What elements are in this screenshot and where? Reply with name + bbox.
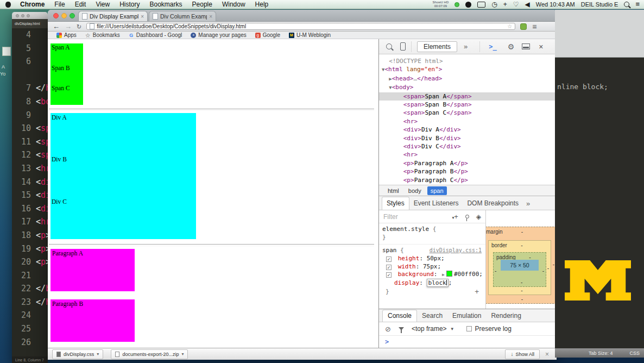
padding-bottom-value[interactable]: - <box>521 279 522 285</box>
dom-tree-node[interactable]: <hr> <box>379 151 557 159</box>
box-model-border[interactable]: border - - - padding - - - - 75 × 50 <box>488 240 551 295</box>
property-checkbox[interactable] <box>386 265 392 270</box>
span-style-rule[interactable]: divDisplay.css:1 span { height: 50px; wi… <box>379 245 485 297</box>
dom-tree-node[interactable]: <p>Paragraph B</p> <box>379 167 557 176</box>
window-close-icon[interactable] <box>53 13 59 18</box>
menu-item[interactable]: Window <box>217 1 250 8</box>
recorder-dot-icon[interactable] <box>454 2 459 7</box>
bookmark-item[interactable]: Google <box>251 32 285 38</box>
frame-selector[interactable]: <top frame> <box>412 325 447 333</box>
box-model-padding[interactable]: padding - - - - 75 × 50 <box>493 252 546 287</box>
forward-button[interactable] <box>65 23 72 30</box>
accessibility-icon[interactable]: + <box>503 1 507 8</box>
border-bottom-value[interactable]: - <box>521 287 522 293</box>
sidebar-tab[interactable]: Event Listeners <box>409 197 463 210</box>
menu-item[interactable]: History <box>115 1 144 8</box>
filter-input[interactable]: Filter <box>383 213 398 221</box>
url-text[interactable]: file:///Users/deilstudioe/Desktop/CodeSn… <box>97 23 246 29</box>
console-prompt[interactable]: > <box>379 336 557 346</box>
dom-tree-node[interactable]: <p>Paragraph A</p> <box>379 159 557 167</box>
dom-tree-node[interactable]: ▼<body> <box>379 83 557 92</box>
stylesheet-link[interactable]: divDisplay.css:1 <box>430 247 482 255</box>
menu-item[interactable]: Help <box>250 1 274 8</box>
style-property-row[interactable]: background: #00ff00; <box>382 271 483 279</box>
menu-item[interactable]: View <box>91 1 115 8</box>
syntax-mode-indicator[interactable]: CSS <box>629 351 640 356</box>
property-value[interactable]: 50px; <box>427 255 445 262</box>
property-checkbox[interactable] <box>386 256 392 262</box>
notification-icon[interactable]: ♡ <box>513 1 519 8</box>
property-checkbox[interactable] <box>386 272 392 278</box>
style-property-row[interactable]: height: 50px; <box>382 255 483 263</box>
rule-selector[interactable]: element.style <box>382 226 429 233</box>
box-model-margin[interactable]: margin - - - border - - - padding - - - <box>485 227 557 304</box>
dom-tree-node[interactable]: <div>Div A</div> <box>379 126 557 134</box>
dom-tree[interactable]: <!DOCTYPE html>▼<html lang="en"> ▶<head>… <box>379 54 557 185</box>
sidebar-tab[interactable]: Styles <box>382 197 409 210</box>
new-style-rule-icon[interactable]: ▾ <box>452 212 458 221</box>
property-name[interactable]: width <box>398 263 416 270</box>
box-model-content[interactable]: 75 × 50 <box>501 260 539 271</box>
console-tab[interactable]: Rendering <box>486 310 526 322</box>
menu-item[interactable]: File <box>49 1 70 8</box>
tab-close-icon[interactable] <box>209 14 212 20</box>
window-minimize-icon[interactable] <box>61 13 67 18</box>
dom-tree-node[interactable]: <div>Div C</div> <box>379 142 557 151</box>
browser-tab[interactable]: Div Display Example <box>78 11 148 21</box>
address-bar[interactable]: file:///Users/deilstudioe/Desktop/CodeSn… <box>86 23 515 30</box>
css-editor-code-area[interactable]: nline block; <box>555 58 644 348</box>
recorder-app-icon[interactable] <box>465 2 471 8</box>
dom-tree-node[interactable]: <span>Span C</span> <box>379 109 557 117</box>
property-name[interactable]: background <box>398 271 434 278</box>
window-close-icon[interactable] <box>16 14 19 17</box>
dock-side-icon[interactable] <box>522 43 530 49</box>
spotlight-search-icon[interactable] <box>624 2 629 7</box>
expand-arrow-icon[interactable] <box>442 272 445 277</box>
margin-top-value[interactable]: - <box>521 229 523 235</box>
editor-code-area[interactable]: 4567</h8<bo910<sp11<sp12<sp13<hr14<di15<… <box>12 28 48 356</box>
device-mode-icon[interactable] <box>400 42 406 51</box>
padding-right-value[interactable]: - <box>542 268 544 274</box>
volume-icon[interactable]: ◀ <box>525 1 530 8</box>
downloads-bar-close-icon[interactable] <box>545 351 549 358</box>
bookmark-star-icon[interactable] <box>507 23 512 29</box>
download-caret-icon[interactable] <box>97 352 99 356</box>
menu-item[interactable]: Edit <box>70 1 91 8</box>
border-right-value[interactable]: - <box>547 265 549 271</box>
add-property-icon[interactable]: + <box>475 288 479 296</box>
breadcrumb-item[interactable]: body <box>405 186 425 195</box>
padding-left-value[interactable]: - <box>495 268 496 274</box>
border-top-value[interactable]: - <box>521 242 522 248</box>
sidebar-tab[interactable]: DOM Breakpoints <box>463 197 523 210</box>
bookmark-item[interactable]: Dashboard - Googl <box>124 32 187 38</box>
console-tab[interactable]: Emulation <box>447 310 486 322</box>
property-value[interactable]: #00ff00; <box>454 271 483 278</box>
filter-funnel-icon[interactable] <box>399 327 404 330</box>
editor-tab[interactable]: divDisplay.html <box>12 22 40 26</box>
notification-center-icon[interactable]: ≡ <box>635 1 640 8</box>
property-name[interactable]: height <box>398 255 420 262</box>
dom-tree-node[interactable]: <p>Paragraph C</p> <box>379 176 557 184</box>
devtools-close-icon[interactable] <box>539 42 543 51</box>
console-drawer-icon[interactable]: >_ <box>489 43 496 51</box>
back-button[interactable] <box>53 23 60 30</box>
apple-logo-icon[interactable] <box>5 2 11 8</box>
bookmark-item[interactable]: U-M Weblogin <box>285 32 335 38</box>
window-minimize-icon[interactable] <box>21 14 24 17</box>
menu-item[interactable]: People <box>187 1 217 8</box>
menu-item[interactable]: Chrome <box>15 1 49 8</box>
display-icon[interactable] <box>477 2 485 8</box>
dom-tree-node[interactable]: <span>Span B</span> <box>379 101 557 109</box>
browser-tab[interactable]: Div Column Example <box>149 11 216 21</box>
download-caret-icon[interactable] <box>181 352 184 356</box>
show-all-downloads-button[interactable]: Show All <box>505 349 540 359</box>
inspect-search-icon[interactable] <box>386 43 392 49</box>
property-value[interactable]: 75px; <box>423 263 441 270</box>
editor-titlebar[interactable] <box>12 12 48 19</box>
dom-tree-node[interactable]: ▼<html lang="en"> <box>379 65 557 74</box>
console-tab[interactable]: Console <box>382 310 417 322</box>
dom-tree-node[interactable]: <!DOCTYPE html> <box>379 57 557 65</box>
chrome-menu-icon[interactable] <box>532 22 536 31</box>
dom-tree-node[interactable]: <hr> <box>379 117 557 126</box>
margin-bottom-value[interactable]: - <box>521 296 523 302</box>
